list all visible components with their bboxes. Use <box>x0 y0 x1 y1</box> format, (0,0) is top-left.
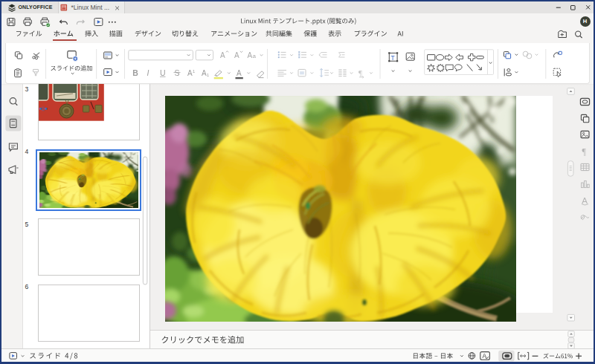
svg-text:A: A <box>187 69 193 77</box>
svg-text:A: A <box>237 69 242 77</box>
svg-text:U: U <box>160 68 166 77</box>
svg-text:1: 1 <box>207 73 209 77</box>
svg-text:A: A <box>220 51 225 59</box>
svg-text:a: a <box>253 53 257 59</box>
svg-text:¶: ¶ <box>358 68 362 77</box>
svg-text:I: I <box>147 68 149 77</box>
svg-text:1: 1 <box>193 69 195 74</box>
svg-text:A: A <box>234 51 239 59</box>
svg-text:A: A <box>202 69 207 77</box>
svg-text:B: B <box>132 68 138 77</box>
svg-text:T: T <box>391 54 395 62</box>
svg-text:¶: ¶ <box>582 146 587 157</box>
svg-text:A: A <box>248 51 253 59</box>
svg-text:A: A <box>582 196 588 205</box>
